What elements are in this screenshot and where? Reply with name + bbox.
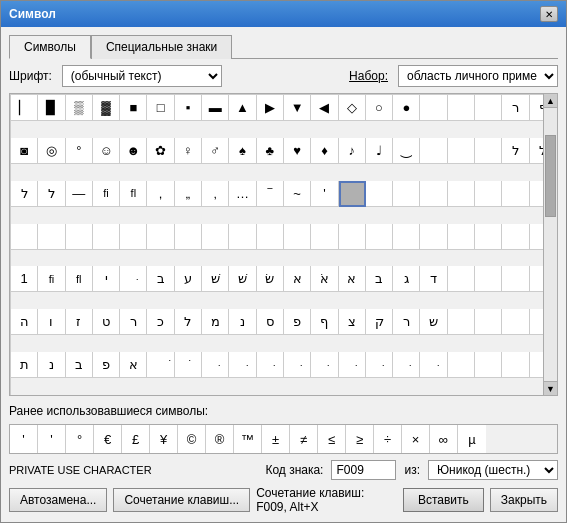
recent-cell[interactable]: × — [402, 425, 430, 453]
symbol-cell[interactable] — [448, 266, 475, 292]
symbol-cell[interactable]: כ — [147, 309, 174, 335]
symbol-cell[interactable] — [502, 224, 529, 250]
symbol-cell[interactable]: ּ — [120, 266, 147, 292]
symbol-cell[interactable] — [202, 224, 229, 250]
symbol-cell[interactable] — [229, 224, 256, 250]
symbol-cell[interactable]: ▏ — [11, 95, 38, 121]
symbol-cell[interactable]: ס — [257, 309, 284, 335]
symbol-cell[interactable]: ▒ — [66, 95, 93, 121]
symbol-cell[interactable] — [475, 224, 502, 250]
symbol-cell[interactable]: שׁ — [202, 266, 229, 292]
symbol-cell[interactable] — [175, 224, 202, 250]
symbol-cell[interactable]: ף — [311, 309, 338, 335]
symbol-cell[interactable]: פ — [284, 309, 311, 335]
symbol-cell[interactable]: ּ — [257, 352, 284, 378]
recent-cell[interactable]: £ — [122, 425, 150, 453]
symbol-cell[interactable]: ל — [38, 181, 65, 207]
symbol-cell[interactable] — [284, 224, 311, 250]
recent-cell[interactable]: € — [94, 425, 122, 453]
scrollbar[interactable]: ▲ ▼ — [543, 94, 557, 395]
symbol-cell[interactable]: fl — [120, 181, 147, 207]
subset-select[interactable]: область личного применения — [398, 65, 558, 87]
symbol-cell[interactable]: ♣ — [257, 138, 284, 164]
symbol-cell[interactable]: ט — [93, 309, 120, 335]
symbol-cell[interactable]: ' — [311, 181, 338, 207]
symbol-cell[interactable]: 1 — [11, 266, 38, 292]
symbol-cell[interactable] — [393, 181, 420, 207]
recent-cell[interactable]: ® — [206, 425, 234, 453]
symbol-cell[interactable]: ל — [502, 138, 529, 164]
recent-cell[interactable]: ° — [66, 425, 94, 453]
symbol-cell[interactable] — [502, 352, 529, 378]
symbol-cell[interactable]: ● — [393, 95, 420, 121]
symbol-cell[interactable]: ☺ — [93, 138, 120, 164]
symbol-cell[interactable] — [147, 224, 174, 250]
symbol-cell[interactable] — [475, 352, 502, 378]
symbol-cell[interactable]: ♩ — [366, 138, 393, 164]
symbol-cell[interactable]: ּ — [393, 352, 420, 378]
symbol-cell[interactable]: א — [120, 352, 147, 378]
symbol-cell[interactable]: ז — [66, 309, 93, 335]
symbol-cell[interactable] — [366, 224, 393, 250]
recent-cell[interactable]: ≠ — [290, 425, 318, 453]
symbol-cell[interactable]: ע — [175, 266, 202, 292]
symbol-cell[interactable]: ♦ — [311, 138, 338, 164]
symbol-cell[interactable] — [502, 309, 529, 335]
symbol-cell[interactable]: fi — [93, 181, 120, 207]
symbol-cell[interactable]: ° — [66, 138, 93, 164]
symbol-cell[interactable]: ♂ — [202, 138, 229, 164]
symbol-cell[interactable]: ◙ — [11, 138, 38, 164]
symbol-cell[interactable]: fi — [38, 266, 65, 292]
symbol-cell[interactable] — [366, 181, 393, 207]
symbol-cell[interactable]: ▓ — [93, 95, 120, 121]
symbol-cell[interactable]: י — [93, 266, 120, 292]
symbol-cell[interactable]: ּ — [339, 352, 366, 378]
symbol-cell[interactable]: ר — [502, 95, 529, 121]
close-button[interactable]: ✕ — [540, 6, 558, 22]
symbol-cell[interactable]: ב — [66, 352, 93, 378]
symbol-cell[interactable] — [38, 224, 65, 250]
symbol-cell[interactable]: ☻ — [120, 138, 147, 164]
symbol-cell[interactable]: „ — [175, 181, 202, 207]
symbol-cell[interactable] — [448, 352, 475, 378]
symbol-cell[interactable]: צ — [339, 309, 366, 335]
symbol-cell[interactable] — [420, 224, 447, 250]
scroll-down-btn[interactable]: ▼ — [544, 381, 557, 395]
symbol-cell[interactable]: ּ — [229, 352, 256, 378]
symbol-cell[interactable] — [311, 224, 338, 250]
recent-cell[interactable]: ± — [262, 425, 290, 453]
symbol-cell[interactable] — [448, 95, 475, 121]
symbol-cell[interactable]: ר — [393, 309, 420, 335]
symbol-cell[interactable] — [420, 138, 447, 164]
symbol-cell[interactable]: ג — [393, 266, 420, 292]
recent-cell[interactable]: ™ — [234, 425, 262, 453]
symbol-cell[interactable]: ◇ — [339, 95, 366, 121]
symbol-cell[interactable]: נ — [229, 309, 256, 335]
symbol-cell[interactable]: שׁ — [229, 266, 256, 292]
symbol-cell[interactable] — [475, 181, 502, 207]
symbol-cell[interactable] — [475, 266, 502, 292]
symbol-cell[interactable]: ▼ — [284, 95, 311, 121]
symbol-cell[interactable]: ◀ — [311, 95, 338, 121]
symbol-cell[interactable]: ♥ — [284, 138, 311, 164]
recent-cell[interactable]: µ — [458, 425, 486, 453]
scroll-thumb[interactable] — [545, 135, 556, 217]
recent-cell[interactable]: ' — [10, 425, 38, 453]
symbol-cell[interactable]: ּ — [202, 352, 229, 378]
symbol-cell[interactable]: ♠ — [229, 138, 256, 164]
symbol-cell[interactable]: ה — [11, 309, 38, 335]
symbol-cell[interactable] — [393, 224, 420, 250]
from-select[interactable]: Юникод (шестн.) — [428, 460, 558, 480]
symbol-cell[interactable]: ּ — [420, 352, 447, 378]
symbol-cell[interactable] — [448, 138, 475, 164]
symbol-cell[interactable]: ל — [11, 181, 38, 207]
tab-symbols[interactable]: Символы — [9, 35, 91, 59]
symbol-cell[interactable]: ▉ — [38, 95, 65, 121]
autocorrect-button[interactable]: Автозамена... — [9, 488, 107, 512]
recent-cell[interactable]: © — [178, 425, 206, 453]
symbol-cell[interactable]: ‿ — [393, 138, 420, 164]
recent-cell[interactable]: ≥ — [346, 425, 374, 453]
scroll-up-btn[interactable]: ▲ — [544, 94, 557, 108]
symbol-cell[interactable] — [502, 181, 529, 207]
tab-special-chars[interactable]: Специальные знаки — [91, 35, 232, 59]
